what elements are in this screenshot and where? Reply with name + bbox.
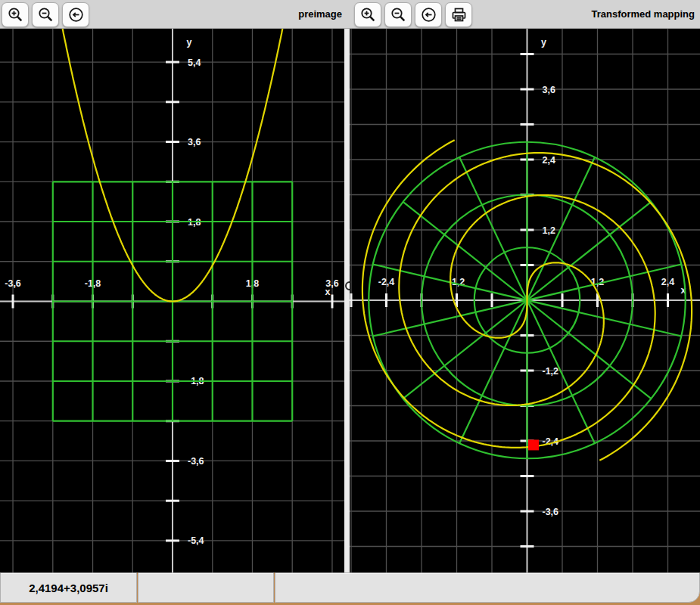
zoom-out-icon — [37, 6, 54, 23]
y-tick-label: -3,6 — [543, 507, 559, 517]
zoom-out-button[interactable] — [32, 2, 59, 27]
y-tick-label: 1,2 — [543, 225, 555, 236]
y-axis-name: y — [541, 37, 546, 48]
zoom-in-button[interactable] — [2, 2, 29, 27]
toolbar: preimage Transformed mapping — [0, 0, 700, 29]
y-tick-label: 3,6 — [188, 137, 201, 147]
y-tick-label: 3,6 — [543, 85, 555, 95]
zoom-out-button[interactable] — [384, 2, 412, 27]
zoom-in-icon — [7, 6, 24, 23]
panel-splitter[interactable] — [344, 29, 350, 572]
y-axis-name: y — [187, 37, 192, 48]
complex-mapping-app: preimage Transformed mapping -3,6-1,81,8… — [0, 0, 700, 605]
y-tick-label: -1,2 — [543, 366, 559, 377]
status-cell-2 — [138, 572, 274, 603]
x-tick-label: -2,4 — [378, 277, 395, 287]
back-button[interactable] — [62, 2, 89, 27]
preimage-plot-panel[interactable]: -3,6-1,81,83,65,43,61,8-1,8-3,6-5,4xy — [0, 29, 344, 572]
trace-marker — [528, 439, 539, 450]
right-toolbar-group — [354, 2, 475, 27]
zoom-in-button[interactable] — [354, 2, 381, 27]
y-tick-label: 5,4 — [188, 57, 201, 68]
back-button[interactable] — [415, 2, 442, 27]
status-cell-complex-value: 2,4194+3,0957i — [0, 572, 137, 603]
zoom-out-icon — [390, 6, 407, 23]
y-tick-label: -3,6 — [188, 456, 204, 467]
print-button[interactable] — [445, 2, 472, 27]
x-axis-name: x — [325, 287, 331, 297]
y-tick-label: -5,4 — [188, 535, 204, 546]
statusbar: 2,4194+3,0957i — [0, 572, 700, 603]
y-tick-label: 2,4 — [543, 155, 555, 166]
back-icon — [67, 6, 85, 23]
status-cell-3 — [275, 572, 700, 603]
x-tick-label: 2,4 — [661, 277, 674, 287]
left-toolbar-group — [2, 2, 92, 27]
transformed-plot-panel[interactable]: -2,4-1,21,22,43,62,41,2-1,2-2,4-3,6xy — [350, 29, 700, 572]
transformed-plot-canvas[interactable]: -2,4-1,21,22,43,62,41,2-1,2-2,4-3,6xy — [350, 29, 700, 572]
preimage-plot-canvas[interactable]: -3,6-1,81,83,65,43,61,8-1,8-3,6-5,4xy — [0, 29, 344, 572]
back-icon — [420, 6, 437, 23]
zoom-in-icon — [359, 6, 377, 23]
x-tick-label: -3,6 — [5, 278, 21, 289]
print-icon — [450, 6, 468, 23]
